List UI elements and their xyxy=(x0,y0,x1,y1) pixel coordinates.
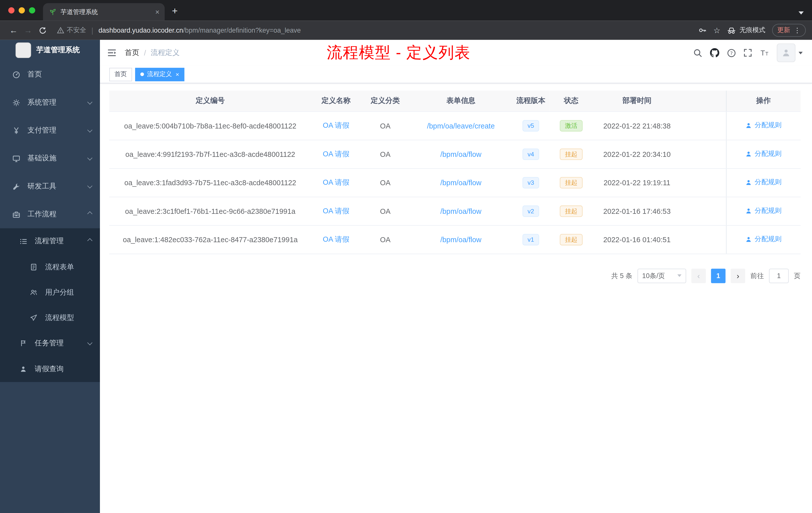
font-size-icon[interactable]: TT xyxy=(760,49,769,57)
pagination: 共 5 条 10条/页 ‹ 1 › 前往 页 xyxy=(109,268,801,283)
browser-update-button[interactable]: 更新 ⋮ xyxy=(772,24,806,37)
definition-category: OA xyxy=(361,225,410,253)
dashboard-icon xyxy=(12,71,21,79)
definition-name-link[interactable]: OA 请假 xyxy=(323,235,349,243)
col-definition-name: 定义名称 xyxy=(311,91,361,112)
help-icon[interactable]: ? xyxy=(727,49,736,57)
tag-process-definition[interactable]: 流程定义 × xyxy=(135,67,184,81)
tab-close-icon[interactable]: × xyxy=(155,8,160,16)
new-tab-button[interactable]: + xyxy=(172,5,178,17)
sidebar-item-system[interactable]: 系统管理 xyxy=(0,89,100,117)
tab-favicon xyxy=(49,8,57,16)
sidebar-item-task-management[interactable]: 任务管理 xyxy=(0,330,100,356)
tab-search-chevron-icon[interactable] xyxy=(799,11,804,14)
tag-close-icon[interactable]: × xyxy=(175,71,179,78)
security-label: 不安全 xyxy=(67,26,86,35)
sidebar-item-home[interactable]: 首页 xyxy=(0,60,100,88)
col-definition-id: 定义编号 xyxy=(109,91,311,112)
assign-rule-button[interactable]: 分配规则 xyxy=(745,149,781,159)
table-row: oa_leave:2:3c1f0ef1-76b1-11ec-9c66-a2380… xyxy=(109,197,801,225)
sidebar-item-dev-tools[interactable]: 研发工具 xyxy=(0,173,100,200)
zoom-window-button[interactable] xyxy=(29,7,35,13)
form-info-link[interactable]: /bpm/oa/flow xyxy=(440,150,482,158)
sidebar-item-workflow[interactable]: 工作流程 xyxy=(0,200,100,228)
definition-id: oa_leave:5:004b710b-7b8a-11ec-8ef0-acde4… xyxy=(109,111,311,140)
current-page-button[interactable]: 1 xyxy=(711,268,726,283)
version-badge: v4 xyxy=(522,148,539,160)
url-divider: | xyxy=(91,26,93,34)
content-area: 定义编号 定义名称 定义分类 表单信息 流程版本 状态 部署时间 操作 xyxy=(100,83,812,283)
back-icon[interactable]: ← xyxy=(6,23,21,38)
assign-rule-button[interactable]: 分配规则 xyxy=(745,235,781,244)
avatar xyxy=(777,43,795,62)
window-controls xyxy=(0,7,43,21)
form-info-link[interactable]: /bpm/oa/flow xyxy=(440,235,482,243)
site-security-indicator[interactable]: 不安全 xyxy=(57,26,86,35)
tag-home[interactable]: 首页 xyxy=(109,67,132,81)
update-label: 更新 xyxy=(777,26,790,35)
browser-menu-icon[interactable]: ⋮ xyxy=(794,26,801,34)
col-deploy-time: 部署时间 xyxy=(593,91,681,112)
sidebar-item-user-group[interactable]: 用户分组 xyxy=(0,280,100,305)
deploy-time: 2022-01-22 20:34:10 xyxy=(593,140,681,168)
user-icon xyxy=(20,365,28,373)
prev-page-button[interactable]: ‹ xyxy=(691,268,706,283)
table-body: oa_leave:5:004b710b-7b8a-11ec-8ef0-acde4… xyxy=(109,111,801,253)
sidebar-item-process-management[interactable]: 流程管理 xyxy=(0,229,100,254)
sidebar-item-leave-query[interactable]: 请假查询 xyxy=(0,356,100,382)
definition-name-link[interactable]: OA 请假 xyxy=(323,206,349,215)
spacer-cell xyxy=(681,225,726,253)
definition-id: oa_leave:4:991f2193-7b7f-11ec-a3c8-acde4… xyxy=(109,140,311,168)
form-info-link[interactable]: /bpm/oa/flow xyxy=(440,207,482,215)
sidebar-item-process-model[interactable]: 流程模型 xyxy=(0,305,100,330)
browser-tab[interactable]: 芋道管理系统 × xyxy=(43,3,165,21)
wrench-icon xyxy=(12,182,21,190)
forward-icon[interactable]: → xyxy=(21,23,35,38)
sidebar-item-infrastructure[interactable]: 基础设施 xyxy=(0,144,100,172)
chevron-down-icon xyxy=(87,127,92,132)
sidebar-logo[interactable]: 芋道管理系统 xyxy=(0,40,100,61)
definition-id: oa_leave:3:1fad3d93-7b75-11ec-a3c8-acde4… xyxy=(109,168,311,197)
reload-icon[interactable] xyxy=(35,23,50,38)
logo-avatar xyxy=(16,42,31,58)
bookmark-star-icon[interactable]: ☆ xyxy=(713,26,720,35)
spacer-cell xyxy=(681,111,726,140)
flag-icon xyxy=(20,339,28,347)
page-goto-input[interactable] xyxy=(769,268,789,283)
definition-name-link[interactable]: OA 请假 xyxy=(323,121,349,129)
chevron-up-icon xyxy=(87,211,92,216)
sidebar-item-payment[interactable]: 支付管理 xyxy=(0,117,100,144)
close-window-button[interactable] xyxy=(8,7,14,13)
deploy-time: 2022-01-22 21:48:38 xyxy=(593,111,681,140)
fullscreen-icon[interactable] xyxy=(744,49,752,57)
assign-rule-button[interactable]: 分配规则 xyxy=(745,121,781,130)
next-page-button[interactable]: › xyxy=(731,268,745,283)
chevron-down-icon xyxy=(87,340,92,345)
assign-rule-button[interactable]: 分配规则 xyxy=(745,178,781,187)
sidebar-item-process-form[interactable]: 流程表单 xyxy=(0,254,100,280)
address-bar[interactable]: dashboard.yudao.iocoder.cn/bpm/manager/d… xyxy=(98,26,301,34)
minimize-window-button[interactable] xyxy=(19,7,25,13)
goto-unit: 页 xyxy=(794,271,801,280)
key-icon[interactable] xyxy=(698,26,706,34)
logo-title: 芋道管理系统 xyxy=(36,46,80,55)
paper-plane-icon xyxy=(30,314,38,321)
form-info-link[interactable]: /bpm/oa/leave/create xyxy=(427,121,495,130)
definition-name-link[interactable]: OA 请假 xyxy=(323,149,349,158)
incognito-indicator: 无痕模式 xyxy=(727,26,765,35)
search-icon[interactable] xyxy=(694,49,702,57)
assign-rule-button[interactable]: 分配规则 xyxy=(745,206,781,215)
form-info-link[interactable]: /bpm/oa/flow xyxy=(440,178,482,187)
sidebar-collapse-icon[interactable] xyxy=(107,49,116,57)
active-tag-dot xyxy=(140,72,144,76)
definition-name-link[interactable]: OA 请假 xyxy=(323,178,349,186)
github-icon[interactable] xyxy=(710,48,719,58)
page-size-select[interactable]: 10条/页 xyxy=(638,268,686,283)
user-avatar-menu[interactable] xyxy=(777,43,803,62)
col-form-info: 表单信息 xyxy=(409,91,512,112)
definition-id: oa_leave:2:3c1f0ef1-76b1-11ec-9c66-a2380… xyxy=(109,197,311,225)
warning-triangle-icon xyxy=(57,27,64,34)
breadcrumb-home[interactable]: 首页 xyxy=(125,48,139,58)
table-row: oa_leave:5:004b710b-7b8a-11ec-8ef0-acde4… xyxy=(109,111,801,140)
version-badge: v1 xyxy=(522,234,539,245)
